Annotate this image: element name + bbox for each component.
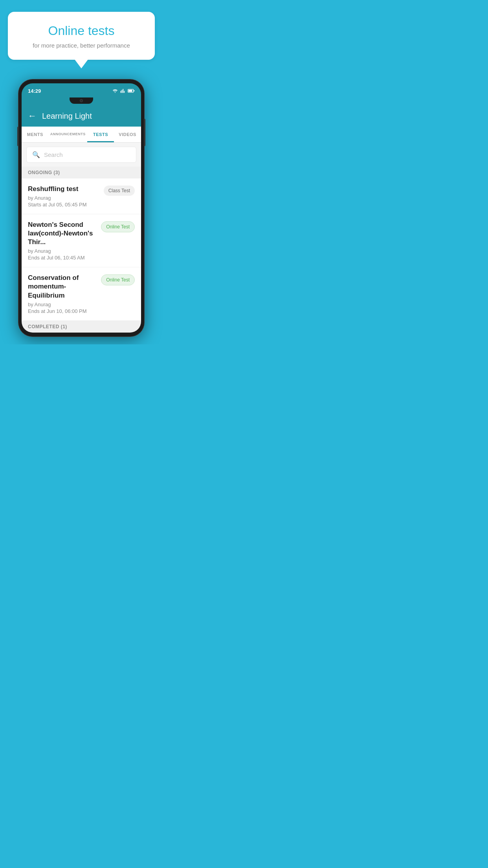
- phone-mockup: 14:29: [18, 79, 144, 337]
- test-item-reshuffling[interactable]: Reshuffling test by Anurag Starts at Jul…: [22, 178, 141, 214]
- phone-screen: 14:29: [22, 83, 141, 333]
- search-placeholder: Search: [44, 151, 63, 158]
- test-item-conservation[interactable]: Conservation of momentum-Equilibrium by …: [22, 267, 141, 320]
- test-title-conservation: Conservation of momentum-Equilibrium: [28, 274, 97, 300]
- notch: [70, 97, 93, 104]
- search-icon: 🔍: [32, 151, 40, 158]
- ongoing-section-header: ONGOING (3): [22, 167, 141, 178]
- search-container: 🔍 Search: [22, 143, 141, 167]
- signal-icon: [120, 88, 126, 93]
- tab-tests[interactable]: TESTS: [87, 127, 114, 142]
- tab-videos[interactable]: VIDEOS: [114, 127, 141, 142]
- test-by-conservation: by Anurag: [28, 302, 97, 307]
- tab-announcements[interactable]: ANNOUNCEMENTS: [49, 127, 87, 142]
- speech-bubble: Online tests for more practice, better p…: [8, 12, 155, 60]
- tabs-container: MENTS ANNOUNCEMENTS TESTS VIDEOS: [22, 127, 141, 143]
- test-badge-newton: Online Test: [101, 221, 135, 232]
- app-title: Learning Light: [42, 112, 92, 121]
- test-badge-reshuffling: Class Test: [104, 186, 135, 196]
- speech-bubble-title: Online tests: [20, 24, 143, 38]
- svg-rect-2: [134, 90, 135, 92]
- test-item-newton[interactable]: Newton's Second law(contd)-Newton's Thir…: [22, 214, 141, 267]
- test-info-newton: Newton's Second law(contd)-Newton's Thir…: [28, 221, 97, 261]
- test-title-newton: Newton's Second law(contd)-Newton's Thir…: [28, 221, 97, 246]
- wifi-icon: [112, 88, 118, 93]
- completed-section-header: COMPLETED (1): [22, 321, 141, 333]
- notch-area: [22, 97, 141, 105]
- status-icons: [112, 88, 135, 93]
- test-by-reshuffling: by Anurag: [28, 195, 100, 201]
- search-input-wrapper[interactable]: 🔍 Search: [26, 147, 136, 163]
- status-time: 14:29: [28, 88, 41, 94]
- test-by-newton: by Anurag: [28, 248, 97, 254]
- battery-icon: [128, 88, 135, 93]
- app-header: ← Learning Light: [22, 105, 141, 127]
- test-date-conservation: Ends at Jun 10, 06:00 PM: [28, 308, 97, 314]
- test-info-reshuffling: Reshuffling test by Anurag Starts at Jul…: [28, 185, 100, 208]
- svg-rect-1: [128, 90, 132, 92]
- camera-notch: [80, 99, 83, 102]
- phone-volume-button: [17, 127, 19, 146]
- test-title-reshuffling: Reshuffling test: [28, 185, 100, 193]
- speech-bubble-subtitle: for more practice, better performance: [20, 42, 143, 49]
- tab-ments[interactable]: MENTS: [22, 127, 49, 142]
- test-date-reshuffling: Starts at Jul 05, 05:45 PM: [28, 202, 100, 208]
- phone-power-button: [144, 119, 145, 146]
- test-date-newton: Ends at Jul 06, 10:45 AM: [28, 255, 97, 261]
- status-bar: 14:29: [22, 83, 141, 97]
- test-badge-conservation: Online Test: [101, 274, 135, 285]
- test-info-conservation: Conservation of momentum-Equilibrium by …: [28, 274, 97, 314]
- back-button[interactable]: ←: [28, 111, 37, 121]
